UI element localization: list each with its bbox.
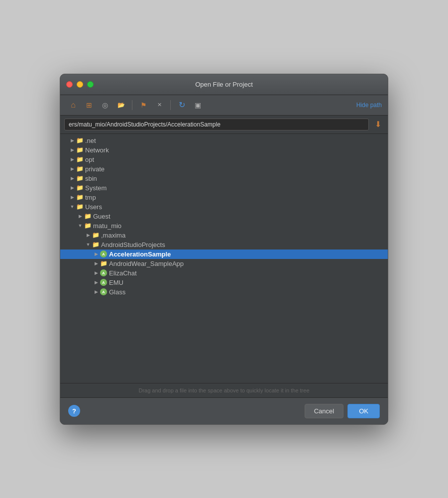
close-icon: ✕ [157,102,162,108]
search-button[interactable]: ◎ [98,99,112,111]
tree-label-android-projects: AndroidStudioProjects [101,241,388,249]
expand-arrow-sbin[interactable] [68,176,76,181]
expand-arrow-network[interactable] [68,147,76,152]
close-button[interactable] [66,81,73,88]
screenshot-button[interactable]: ▣ [191,99,205,111]
android-icon-glass: A [100,288,107,295]
download-icon: ⬇ [375,120,381,129]
tree-item-users[interactable]: 📁 Users [60,202,388,212]
folder-icon-maxima: 📁 [92,232,100,239]
tree-item-private[interactable]: 📁 private [60,164,388,174]
android-icon-emu: A [100,279,107,286]
folder-icon-tmp: 📁 [76,194,84,201]
expand-arrow-private[interactable] [68,166,76,171]
tree-item-androidwear[interactable]: 📁 AndroidWear_SampleApp [60,259,388,268]
folder-icon-guest: 📁 [84,213,92,220]
tree-label-guest: Guest [93,213,388,220]
flag-button[interactable]: ⚑ [136,99,150,111]
folder-icon-system: 📁 [76,184,84,191]
android-icon-acceleration: A [100,250,107,257]
traffic-lights [66,81,94,88]
ok-button[interactable]: OK [347,404,380,418]
tree-label-opt: opt [85,156,388,163]
expand-arrow-glass[interactable] [92,289,100,294]
tree-label-net: .net [85,137,388,144]
path-browse-button[interactable]: ⬇ [372,119,384,130]
tree-label-tmp: tmp [85,194,388,201]
help-button[interactable]: ? [68,405,80,417]
minimize-button[interactable] [77,81,83,88]
tree-label-glass: Glass [109,288,388,296]
folder-icon-sbin: 📁 [76,175,84,182]
home-button[interactable]: ⌂ [66,99,80,111]
folder-icon-net: 📁 [76,137,84,144]
tree-item-emu[interactable]: A EMU [60,278,388,287]
folder-icon-matu-mio: 📁 [84,222,92,229]
refresh-button[interactable]: ↻ [175,99,189,111]
folder-open-button[interactable]: 📂 [114,99,128,111]
tree-label-acceleration: AccelerationSample [109,250,388,258]
tree-label-elizachat: ElizaChat [109,269,388,277]
tree-item-opt[interactable]: 📁 opt [60,155,388,164]
folder-icon-opt: 📁 [76,156,84,163]
tree-item-tmp[interactable]: 📁 tmp [60,193,388,202]
tree-label-matu-mio: matu_mio [93,222,388,230]
drop-hint: Drag and drop a file into the space abov… [60,383,388,397]
maximize-button[interactable] [87,81,94,88]
expand-arrow-android-projects[interactable] [84,242,92,247]
expand-arrow-tmp[interactable] [68,195,76,200]
file-tree[interactable]: 📁 .net 📁 Network 📁 opt 📁 private [60,134,388,383]
folder-icon-android-projects: 📁 [92,241,100,248]
footer-buttons: Cancel OK [305,404,380,418]
tree-item-matu-mio[interactable]: 📁 matu_mio [60,221,388,231]
expand-arrow-guest[interactable] [76,214,84,219]
expand-arrow-emu[interactable] [92,280,100,285]
tree-label-system: System [85,184,388,192]
expand-arrow-acceleration[interactable] [92,251,100,256]
tree-label-emu: EMU [109,279,388,286]
expand-arrow-androidwear[interactable] [92,261,100,266]
path-input[interactable] [64,119,369,130]
tree-item-net[interactable]: 📁 .net [60,136,388,145]
expand-arrow-system[interactable] [68,185,76,190]
tree-item-acceleration-sample[interactable]: A AccelerationSample [60,249,388,259]
path-bar: ⬇ [60,116,388,134]
folder-icon-users: 📁 [76,203,84,210]
tree-label-private: private [85,165,388,173]
delete-button[interactable]: ✕ [152,99,166,111]
expand-arrow-net[interactable] [68,138,76,143]
toolbar-separator-2 [170,100,171,110]
expand-arrow-opt[interactable] [68,157,76,162]
folder-icon-androidwear: 📁 [100,260,108,267]
folder-icon-private: 📁 [76,165,84,172]
tree-item-network[interactable]: 📁 Network [60,145,388,155]
tree-item-maxima[interactable]: 📁 ,maxima [60,231,388,240]
search-icon: ◎ [102,101,108,109]
refresh-icon: ↻ [179,100,185,110]
tree-label-network: Network [85,146,388,154]
grid-button[interactable]: ⊞ [82,99,96,111]
dialog-window: Open File or Project ⌂ ⊞ ◎ 📂 ⚑ ✕ ↻ ▣ Hid… [60,74,388,425]
tree-item-guest[interactable]: 📁 Guest [60,212,388,221]
tree-item-sbin[interactable]: 📁 sbin [60,174,388,183]
tree-item-glass[interactable]: A Glass [60,287,388,297]
tree-item-elizachat[interactable]: A ElizaChat [60,268,388,278]
grid-icon: ⊞ [86,101,92,109]
screenshot-icon: ▣ [195,101,201,109]
expand-arrow-users[interactable] [68,204,76,209]
tree-label-sbin: sbin [85,175,388,182]
expand-arrow-maxima[interactable] [84,233,92,238]
tree-item-system[interactable]: 📁 System [60,183,388,193]
home-icon: ⌂ [71,101,76,110]
title-bar: Open File or Project [60,74,388,95]
cancel-button[interactable]: Cancel [305,404,343,418]
expand-arrow-matu-mio[interactable] [76,223,84,228]
tree-label-maxima: ,maxima [101,232,388,239]
toolbar-separator-1 [132,100,132,110]
toolbar: ⌂ ⊞ ◎ 📂 ⚑ ✕ ↻ ▣ Hide path [60,95,388,116]
expand-arrow-elizachat[interactable] [92,270,100,275]
folder-open-icon: 📂 [117,102,125,109]
dialog-footer: ? Cancel OK [60,397,388,424]
hide-path-button[interactable]: Hide path [356,102,382,109]
tree-item-android-projects[interactable]: 📁 AndroidStudioProjects [60,240,388,249]
